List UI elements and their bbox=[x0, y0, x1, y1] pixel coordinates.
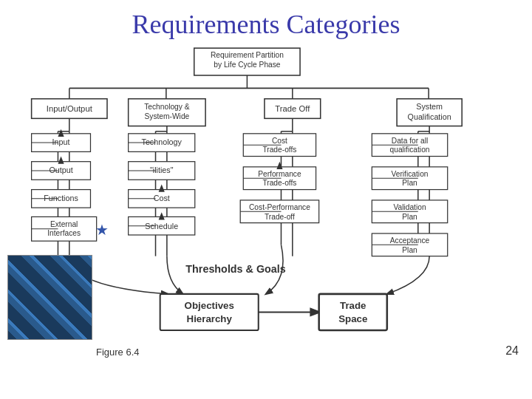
svg-text:Verification: Verification bbox=[392, 170, 429, 178]
svg-text:Plan: Plan bbox=[402, 179, 417, 187]
svg-text:Space: Space bbox=[338, 313, 367, 324]
svg-text:Trade-off: Trade-off bbox=[265, 213, 295, 221]
svg-text:qualification: qualification bbox=[390, 146, 430, 154]
svg-text:External: External bbox=[50, 220, 78, 228]
texture-image bbox=[7, 255, 92, 340]
svg-text:Input: Input bbox=[52, 137, 70, 146]
svg-text:Acceptance: Acceptance bbox=[390, 236, 430, 245]
svg-text:Trade-offs: Trade-offs bbox=[262, 179, 296, 187]
svg-marker-98 bbox=[58, 129, 64, 137]
svg-text:Performance: Performance bbox=[258, 170, 301, 178]
page-title: Requirements Categories bbox=[0, 0, 532, 44]
svg-marker-50 bbox=[159, 184, 165, 191]
svg-text:Functions: Functions bbox=[44, 194, 78, 202]
svg-text:System-Wide: System-Wide bbox=[144, 112, 189, 120]
svg-text:★: ★ bbox=[95, 221, 109, 238]
svg-text:Plan: Plan bbox=[402, 213, 417, 221]
svg-text:Technology: Technology bbox=[142, 137, 183, 146]
svg-text:Interfaces: Interfaces bbox=[47, 229, 81, 237]
svg-text:Cost: Cost bbox=[272, 137, 287, 145]
svg-marker-29 bbox=[58, 157, 64, 164]
svg-text:Input/Output: Input/Output bbox=[47, 104, 93, 113]
svg-marker-66 bbox=[276, 162, 282, 169]
svg-text:Trade Off: Trade Off bbox=[275, 104, 310, 113]
svg-text:Cost: Cost bbox=[154, 194, 170, 202]
page-number: 24 bbox=[505, 344, 519, 358]
svg-text:Requirement Partition: Requirement Partition bbox=[211, 51, 284, 59]
svg-text:Validation: Validation bbox=[393, 203, 426, 211]
svg-text:"ilities": "ilities" bbox=[150, 166, 174, 174]
figure-label: Figure 6.4 bbox=[96, 347, 140, 358]
svg-rect-91 bbox=[160, 294, 259, 330]
svg-text:Objectives: Objectives bbox=[185, 300, 234, 311]
svg-text:System: System bbox=[416, 102, 443, 111]
svg-text:Plan: Plan bbox=[402, 246, 417, 254]
svg-text:Thresholds & Goals: Thresholds & Goals bbox=[185, 263, 285, 275]
svg-text:Output: Output bbox=[49, 166, 72, 174]
svg-marker-54 bbox=[159, 212, 165, 219]
svg-text:Cost-Performance: Cost-Performance bbox=[249, 203, 310, 211]
svg-text:Hierarchy: Hierarchy bbox=[187, 313, 233, 324]
svg-text:Trade: Trade bbox=[340, 300, 366, 311]
diagram-area: Requirement Partition by Life Cycle Phas… bbox=[0, 44, 532, 362]
svg-text:by Life Cycle Phase: by Life Cycle Phase bbox=[214, 61, 281, 69]
svg-text:Data for all: Data for all bbox=[392, 137, 428, 145]
svg-text:Qualification: Qualification bbox=[408, 112, 451, 121]
svg-rect-95 bbox=[319, 294, 387, 330]
svg-text:Trade-offs: Trade-offs bbox=[262, 146, 296, 154]
svg-text:Technology &: Technology & bbox=[144, 103, 190, 111]
